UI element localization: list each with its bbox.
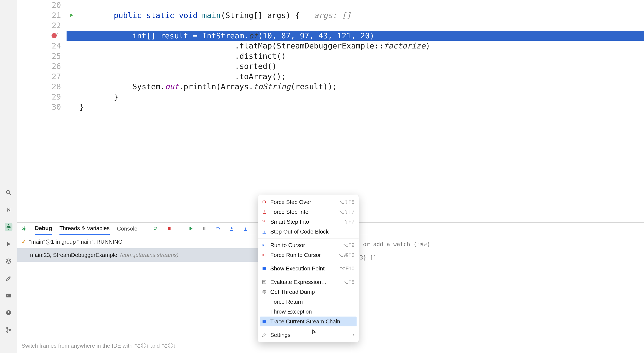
pause-icon[interactable] (201, 225, 207, 232)
tab-threads-variables[interactable]: Threads & Variables (60, 223, 110, 235)
gutter-line[interactable]: 21 (17, 10, 66, 20)
menu-item-label: Run to Cursor (270, 242, 340, 249)
gutter-line[interactable]: 28 (17, 81, 66, 92)
menu-item-shortcut: ⌥⇧F7 (338, 209, 354, 215)
svg-point-7 (7, 327, 8, 329)
svg-rect-5 (8, 311, 9, 313)
menu-item-shortcut: ⌥F10 (340, 266, 354, 272)
settings-icon (261, 332, 267, 338)
menu-item-force-step-into[interactable]: Force Step Into⌥⇧F7 (258, 207, 359, 217)
code-line[interactable]: int[] result = IntStream.of(10, 87, 97, … (66, 31, 644, 41)
svg-rect-6 (8, 314, 9, 314)
problems-icon[interactable] (5, 309, 12, 317)
svg-rect-13 (189, 227, 189, 230)
step-out-icon[interactable] (242, 225, 248, 232)
menu-item-smart-step-into[interactable]: ISmart Step Into⇧F7 (258, 217, 359, 227)
code-area[interactable]: public static void main(String[] args) {… (66, 0, 644, 222)
svg-rect-3 (6, 294, 11, 298)
gutter-line[interactable]: 24 (17, 41, 66, 51)
menu-item-label: Force Step Over (270, 199, 335, 205)
stop-icon[interactable] (166, 225, 172, 232)
step-into-icon[interactable] (228, 225, 235, 232)
resume-icon[interactable] (187, 225, 194, 232)
gutter-line[interactable]: 27 (17, 71, 66, 82)
show-exec-point-icon (261, 266, 267, 272)
debug-tool-icon[interactable] (5, 223, 12, 231)
gutter-line[interactable]: 22 (17, 20, 66, 31)
build-icon[interactable] (5, 275, 12, 282)
thread-dump-icon (261, 289, 267, 295)
menu-item-show-execution-point[interactable]: Show Execution Point⌥F10 (258, 264, 359, 274)
svg-point-0 (6, 190, 10, 194)
code-line[interactable]: } (66, 92, 644, 102)
gutter-line[interactable]: 26 (17, 61, 66, 71)
menu-item-label: Settings (270, 332, 350, 339)
gutter-line[interactable]: ✓ (17, 31, 66, 41)
step-over-icon[interactable] (215, 225, 221, 232)
run-icon[interactable] (5, 240, 12, 248)
code-line[interactable]: .flatMap(StreamDebuggerExample::factoriz… (66, 41, 644, 51)
breakpoint-verified-icon: ✓ (56, 32, 58, 36)
menu-item-force-return[interactable]: Force Return (258, 297, 359, 307)
menu-item-trace-current-stream-chain[interactable]: Trace Current Stream Chain (260, 317, 356, 327)
menu-item-shortcut: ⌥F8 (342, 279, 354, 285)
evaluate-icon (261, 279, 267, 285)
menu-item-label: Throw Exception (270, 308, 354, 315)
gutter-line[interactable]: 29 (17, 92, 66, 102)
thread-status-text: "main"@1 in group "main": RUNNING (29, 239, 122, 245)
tab-debug[interactable]: Debug (35, 223, 52, 235)
code-line[interactable]: .distinct() (66, 51, 644, 61)
menu-item-label: Force Step Into (270, 209, 335, 215)
menu-item-get-thread-dump[interactable]: Get Thread Dump (258, 287, 359, 297)
menu-item-run-to-cursor[interactable]: Run to Cursor⌥F9 (258, 240, 359, 250)
menu-separator (258, 238, 359, 239)
menu-separator (258, 328, 359, 328)
step-out-block-icon (261, 229, 267, 235)
menu-item-label: Force Return (270, 299, 354, 305)
variables-hint: ) or add a watch (⇧⌘⏎) (356, 238, 640, 251)
code-line[interactable]: System.out.println(Arrays.toString(resul… (66, 81, 644, 92)
menu-item-settings[interactable]: Settings› (258, 330, 359, 340)
svg-point-40 (265, 322, 266, 323)
services-icon[interactable] (5, 257, 12, 265)
run-to-cursor-icon (261, 242, 267, 248)
vcs-icon[interactable] (5, 206, 12, 214)
code-line[interactable]: public static void main(String[] args) {… (66, 10, 644, 20)
menu-item-throw-exception[interactable]: Throw Exception (258, 307, 359, 317)
svg-rect-12 (168, 227, 170, 230)
menu-item-step-out-of-code-block[interactable]: Step Out of Code Block (258, 227, 359, 237)
tab-console[interactable]: Console (117, 223, 138, 234)
svg-text:I: I (262, 219, 263, 222)
frame-package: (com.jetbrains.streams) (120, 252, 178, 258)
menu-item-label: Evaluate Expression… (270, 279, 340, 286)
code-line[interactable] (66, 20, 644, 31)
code-editor[interactable]: 202122✓24252627282930 public static void… (17, 0, 644, 222)
menu-item-shortcut: ⇧F7 (344, 219, 354, 225)
force-step-over-icon (261, 199, 267, 205)
gutter-line[interactable]: 25 (17, 51, 66, 61)
code-line[interactable]: .toArray(); (66, 71, 644, 82)
variable-row-args[interactable]: 23} [] (356, 251, 640, 264)
frame-location: main:23, StreamDebuggerExample (30, 252, 117, 258)
gutter-line[interactable]: 30 (17, 102, 66, 112)
svg-line-1 (10, 193, 11, 195)
rerun-icon[interactable] (152, 225, 159, 232)
thread-check-icon: ✓ (22, 239, 26, 245)
trace-stream-icon (261, 319, 267, 325)
svg-point-39 (264, 321, 265, 322)
frames-hint-footer: Switch frames from anywhere in the IDE w… (22, 343, 176, 349)
menu-separator (258, 262, 359, 262)
gutter-line[interactable]: 20 (17, 0, 66, 10)
code-line[interactable] (66, 0, 644, 10)
variables-column: ) or add a watch (⇧⌘⏎) 23} [] (352, 235, 644, 353)
menu-item-evaluate-expression[interactable]: Evaluate Expression…⌥F8 (258, 277, 359, 287)
menu-item-force-step-over[interactable]: Force Step Over⌥⇧F8 (258, 197, 359, 207)
code-line[interactable]: .sorted() (66, 61, 644, 71)
terminal-icon[interactable] (5, 292, 12, 299)
menu-item-force-run-to-cursor[interactable]: Force Run to Cursor⌥⌘F9 (258, 250, 359, 260)
svg-point-8 (7, 331, 8, 333)
git-icon[interactable] (5, 326, 12, 334)
code-line[interactable]: } (66, 102, 644, 112)
force-run-to-cursor-icon (261, 252, 267, 258)
search-icon[interactable] (5, 189, 12, 196)
